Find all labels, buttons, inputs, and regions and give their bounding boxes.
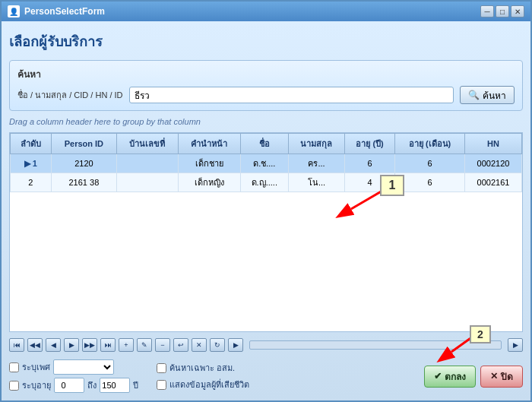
age-from-input[interactable]: [54, 378, 84, 393]
results-table: ลำดับ Person ID บ้านเลขที่ คำนำหน้า ชื่อ…: [10, 133, 522, 192]
action-buttons: ✔ ตกลง ✕ ปิด: [424, 366, 523, 388]
cell-hn: 0002120: [465, 154, 522, 173]
col-surname: นามสกุล: [289, 134, 345, 154]
cell-order: 2: [11, 173, 52, 192]
maximize-button[interactable]: □: [496, 5, 509, 17]
search-icon: 🔍: [468, 90, 480, 100]
osm-checkbox[interactable]: [157, 363, 166, 373]
col-house-no: บ้านเลขที่: [117, 134, 179, 154]
cell-person-id: 2161 38: [51, 173, 116, 192]
nav-refresh[interactable]: ↻: [210, 338, 225, 352]
search-input[interactable]: [129, 87, 454, 103]
main-window: 👤 PersonSelectForm ─ □ ✕ เลือกผู้รับบริก…: [0, 0, 532, 402]
close-icon: ✕: [490, 371, 498, 381]
col-person-id: Person ID: [51, 134, 116, 154]
nav-prev-page[interactable]: ◀◀: [27, 338, 43, 352]
title-bar: 👤 PersonSelectForm ─ □ ✕: [2, 2, 530, 21]
window-body: เลือกผู้รับบริการ ค้นหา ชื่อ / นามสกุล /…: [2, 21, 530, 400]
osm-group: ค้นหาเฉพาะ อสม.: [157, 361, 249, 375]
deceased-checkbox[interactable]: [157, 380, 166, 390]
search-row: ชื่อ / นามสกุล / CID / HN / ID 🔍 ค้นหา: [17, 86, 515, 104]
nav-first[interactable]: ⏮: [9, 338, 24, 352]
title-bar-controls: ─ □ ✕: [480, 5, 524, 17]
col-age-y: อายุ (ปี): [344, 134, 394, 154]
cell-prefix: เด็กหญิง: [178, 173, 240, 192]
nav-cancel[interactable]: ✕: [192, 338, 207, 352]
window-icon: 👤: [8, 5, 20, 17]
annotation-label-2: 2: [470, 325, 491, 343]
nav-prev[interactable]: ◀: [46, 338, 61, 352]
nav-undo[interactable]: ↩: [173, 338, 188, 352]
annotation-1-container: 1: [344, 175, 404, 223]
cell-house-no: [117, 173, 179, 192]
left-options: ระบุเพศ ชาย หญิง ระบุอายุ ถึง ปี: [9, 359, 138, 393]
search-section-title: ค้นหา: [17, 67, 515, 81]
search-button[interactable]: 🔍 ค้นหา: [460, 86, 515, 104]
nav-edit[interactable]: ✎: [137, 338, 152, 352]
col-age-m: อายุ (เดือน): [395, 134, 465, 154]
cell-age-m: 6: [395, 173, 465, 192]
annotation-2-container: 2: [445, 325, 491, 366]
age-range-label: ถึง: [87, 378, 97, 392]
cell-person-id: 2120: [51, 154, 116, 173]
deceased-group: แสดงข้อมูลผู้ที่เสียชีวิต: [157, 378, 249, 391]
osm-label: ค้นหาเฉพาะ อสม.: [169, 361, 235, 375]
close-button[interactable]: ✕: [511, 5, 524, 17]
cell-age-y: 6: [344, 154, 394, 173]
gender-label: ระบุเพศ: [22, 360, 50, 374]
gender-group: ระบุเพศ ชาย หญิง: [9, 359, 138, 375]
col-hn: HN: [465, 134, 522, 154]
ok-button[interactable]: ✔ ตกลง: [424, 366, 476, 388]
right-options: ค้นหาเฉพาะ อสม. แสดงข้อมูลผู้ที่เสียชีวิ…: [157, 361, 249, 391]
age-checkbox[interactable]: [9, 381, 19, 391]
close-action-button[interactable]: ✕ ปิด: [480, 366, 523, 388]
cell-surname: คร...: [289, 154, 345, 173]
nav-add[interactable]: +: [119, 338, 134, 352]
col-prefix: คำนำหน้า: [178, 134, 240, 154]
scroll-right[interactable]: ▶: [508, 338, 523, 352]
cell-arrow: ▶ 1: [11, 154, 52, 173]
gender-select[interactable]: ชาย หญิง: [53, 359, 114, 375]
nav-play[interactable]: ▶: [228, 338, 243, 352]
age-to-input[interactable]: [100, 378, 130, 393]
cell-name: ด.ช....: [240, 154, 289, 173]
ok-icon: ✔: [434, 371, 442, 381]
nav-next[interactable]: ▶: [64, 338, 79, 352]
age-label: ระบุอายุ: [22, 378, 51, 392]
title-bar-left: 👤 PersonSelectForm: [8, 5, 105, 17]
nav-next-page[interactable]: ▶▶: [82, 338, 97, 352]
age-unit-label: ปี: [133, 378, 138, 392]
nav-delete[interactable]: −: [155, 338, 170, 352]
table-row[interactable]: ▶ 1 2120 เด็กชาย ด.ช.... คร... 6 6 00021…: [11, 154, 522, 173]
nav-last[interactable]: ⏭: [100, 338, 116, 352]
window-title: PersonSelectForm: [24, 6, 105, 17]
cell-surname: โน...: [289, 173, 345, 192]
cell-age-m: 6: [395, 154, 465, 173]
cell-hn: 0002161: [465, 173, 522, 192]
search-section: ค้นหา ชื่อ / นามสกุล / CID / HN / ID 🔍 ค…: [9, 60, 523, 111]
search-field-label: ชื่อ / นามสกุล / CID / HN / ID: [17, 88, 123, 102]
col-name: ชื่อ: [240, 134, 289, 154]
table-row[interactable]: 2 2161 38 เด็กหญิง ด.ญ..... โน... 4 6 00…: [11, 173, 522, 192]
annotation-label-1: 1: [380, 175, 404, 196]
drag-hint: Drag a column header here to group by th…: [9, 116, 523, 128]
page-title: เลือกผู้รับบริการ: [9, 27, 523, 55]
cell-name: ด.ญ.....: [240, 173, 289, 192]
col-order: ลำดับ: [11, 134, 52, 154]
gender-checkbox[interactable]: [9, 362, 19, 372]
table-header-row: ลำดับ Person ID บ้านเลขที่ คำนำหน้า ชื่อ…: [11, 134, 522, 154]
cell-prefix: เด็กชาย: [178, 154, 240, 173]
age-group: ระบุอายุ ถึง ปี: [9, 378, 138, 393]
cell-house-no: [117, 154, 179, 173]
options-row: ระบุเพศ ชาย หญิง ระบุอายุ ถึง ปี: [9, 358, 523, 394]
minimize-button[interactable]: ─: [480, 5, 494, 17]
table-container: ลำดับ Person ID บ้านเลขที่ คำนำหน้า ชื่อ…: [9, 132, 523, 332]
deceased-label: แสดงข้อมูลผู้ที่เสียชีวิต: [169, 378, 249, 391]
